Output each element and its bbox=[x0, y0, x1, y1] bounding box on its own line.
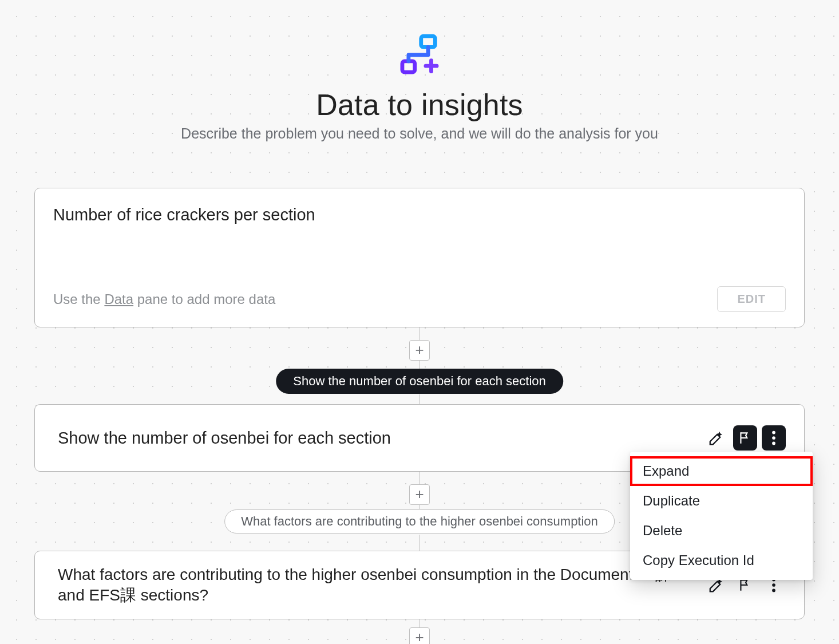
svg-point-3 bbox=[772, 436, 775, 440]
edit-button[interactable]: EDIT bbox=[717, 286, 786, 312]
svg-point-7 bbox=[772, 589, 775, 592]
page-header: Data to insights Describe the problem yo… bbox=[0, 31, 839, 142]
data-pane-link[interactable]: Data bbox=[104, 291, 133, 307]
more-menu-icon[interactable] bbox=[762, 425, 786, 451]
step-actions bbox=[705, 425, 786, 451]
page-subtitle: Describe the problem you need to solve, … bbox=[0, 125, 839, 142]
svg-point-4 bbox=[772, 442, 775, 445]
menu-item-duplicate[interactable]: Duplicate bbox=[630, 486, 813, 516]
connector-line bbox=[420, 394, 420, 405]
flag-icon[interactable] bbox=[733, 425, 757, 451]
connector-line bbox=[420, 619, 420, 627]
step-title: Show the number of osenbei for each sect… bbox=[58, 429, 705, 448]
add-node-button[interactable]: + bbox=[409, 340, 430, 361]
problem-card[interactable]: Number of rice crackers per section Use … bbox=[34, 188, 805, 327]
problem-title: Number of rice crackers per section bbox=[53, 206, 786, 224]
flow-stage[interactable]: Data to insights Describe the problem yo… bbox=[0, 0, 839, 644]
svg-point-6 bbox=[772, 583, 775, 587]
menu-item-delete[interactable]: Delete bbox=[630, 516, 813, 546]
step-title: What factors are contributing to the hig… bbox=[58, 564, 705, 606]
step-summary-chip[interactable]: Show the number of osenbei for each sect… bbox=[276, 369, 563, 394]
data-hint: Use the Data pane to add more data bbox=[53, 291, 275, 307]
add-node-button[interactable]: + bbox=[409, 484, 430, 505]
step-context-menu: Expand Duplicate Delete Copy Execution I… bbox=[630, 452, 813, 580]
add-node-button[interactable]: + bbox=[409, 627, 430, 644]
insights-header-icon bbox=[396, 31, 443, 78]
svg-point-2 bbox=[772, 431, 775, 434]
edit-with-ai-icon[interactable] bbox=[705, 425, 729, 451]
page-title: Data to insights bbox=[0, 88, 839, 122]
menu-item-expand[interactable]: Expand bbox=[630, 456, 813, 486]
step-summary-chip[interactable]: What factors are contributing to the hig… bbox=[224, 509, 615, 534]
menu-item-copy-execution-id[interactable]: Copy Execution Id bbox=[630, 546, 813, 575]
connector-line bbox=[420, 535, 420, 551]
